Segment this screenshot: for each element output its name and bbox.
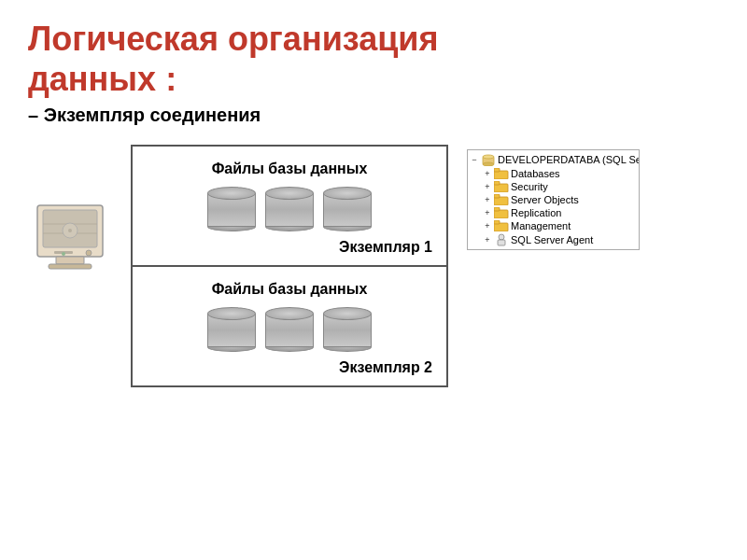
instance2-cylinders	[147, 307, 432, 352]
svg-point-12	[483, 155, 494, 159]
management-expand-icon[interactable]: +	[481, 221, 494, 231]
instance1-name: Экземпляр 1	[147, 239, 432, 256]
svg-rect-6	[56, 257, 84, 264]
instance-1: Файлы базы данных	[133, 147, 446, 267]
agent-icon	[494, 233, 509, 246]
security-folder-icon	[494, 181, 509, 192]
databases-expand-icon[interactable]: +	[481, 169, 494, 178]
svg-rect-21	[494, 207, 500, 211]
svg-rect-17	[494, 181, 500, 185]
oe-databases[interactable]: + Databases	[468, 167, 639, 180]
management-label: Management	[511, 220, 571, 231]
oe-tree: − DEVELOPERDATABA (SQL Server 10.50... +	[468, 150, 639, 249]
oe-sql-server-agent[interactable]: + SQL Server Agent	[468, 232, 639, 247]
svg-point-13	[483, 162, 494, 166]
server-node-label: DEVELOPERDATABA (SQL Server 10.50...	[498, 154, 639, 165]
server-objects-folder-icon	[494, 194, 509, 205]
cylinder-1-1	[207, 187, 256, 231]
databases-folder-icon	[494, 168, 509, 179]
databases-label: Databases	[511, 168, 560, 179]
security-label: Security	[511, 181, 548, 192]
cylinder-2-3	[323, 307, 372, 352]
instance-2: Файлы базы данных	[133, 267, 446, 385]
replication-folder-icon	[494, 207, 509, 218]
oe-security[interactable]: + Security	[468, 180, 639, 193]
instance1-label: Файлы базы данных	[147, 161, 432, 177]
oe-management[interactable]: + Management	[468, 219, 639, 232]
svg-point-10	[62, 252, 65, 256]
svg-rect-7	[49, 264, 92, 269]
agent-label: SQL Server Agent	[511, 234, 593, 245]
object-explorer: − DEVELOPERDATABA (SQL Server 10.50... +	[467, 149, 640, 250]
svg-rect-19	[494, 194, 500, 198]
instance2-label: Файлы базы данных	[147, 281, 432, 298]
server-node-icon	[481, 153, 496, 166]
cylinder-2-2	[265, 307, 314, 352]
main-content: Файлы базы данных	[28, 145, 719, 387]
server-objects-label: Server Objects	[511, 194, 579, 205]
svg-rect-25	[498, 240, 505, 245]
slide: Логическая организация данных : – Экземп…	[0, 0, 747, 560]
cylinder-1-2	[265, 187, 314, 231]
oe-server-node[interactable]: − DEVELOPERDATABA (SQL Server 10.50...	[468, 152, 639, 167]
svg-point-5	[86, 250, 92, 256]
oe-server-objects[interactable]: + Server Objects	[468, 193, 639, 206]
svg-rect-15	[494, 168, 500, 172]
instance2-name: Экземпляр 2	[147, 359, 432, 376]
replication-expand-icon[interactable]: +	[481, 208, 494, 217]
slide-title: Логическая организация данных :	[28, 19, 719, 99]
management-folder-icon	[494, 220, 509, 231]
svg-rect-23	[494, 220, 500, 224]
instances-box: Файлы базы данных	[131, 145, 448, 387]
server-objects-expand-icon[interactable]: +	[481, 195, 494, 204]
cylinder-2-1	[207, 307, 256, 352]
svg-point-9	[68, 229, 72, 232]
agent-expand-icon[interactable]: +	[481, 235, 494, 245]
svg-point-24	[499, 234, 504, 240]
slide-subtitle: – Экземпляр соединения	[28, 105, 719, 126]
collapse-icon[interactable]: −	[468, 155, 481, 164]
cylinder-1-3	[323, 187, 372, 231]
instance1-cylinders	[147, 187, 432, 231]
replication-label: Replication	[511, 207, 561, 218]
server-computer-icon	[28, 201, 112, 326]
oe-replication[interactable]: + Replication	[468, 206, 639, 219]
security-expand-icon[interactable]: +	[481, 182, 494, 191]
